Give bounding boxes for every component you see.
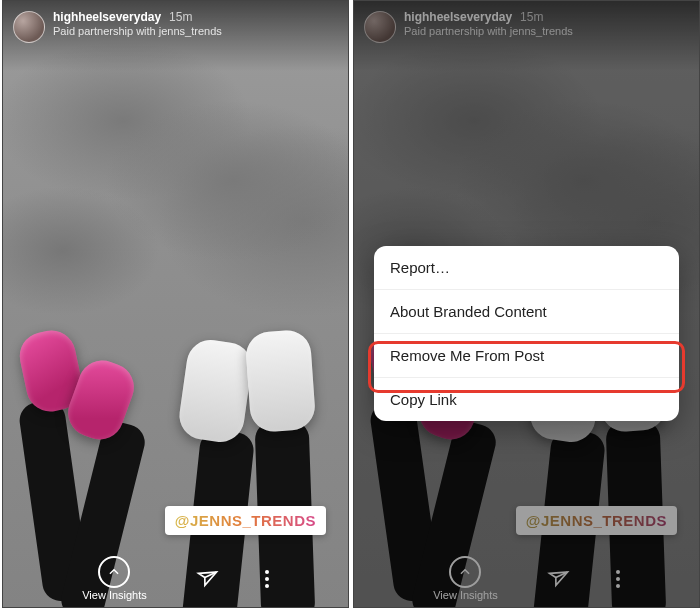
story-bottom-bar: View Insights xyxy=(3,556,348,601)
partner-handle[interactable]: jenns_trends xyxy=(159,25,222,37)
partnership-label[interactable]: Paid partnership with jenns_trends xyxy=(53,25,222,38)
story-header-text: highheelseveryday 15m Paid partnership w… xyxy=(53,11,222,37)
more-vertical-icon[interactable] xyxy=(265,570,269,588)
menu-item-remove-me[interactable]: Remove Me From Post xyxy=(374,334,679,378)
comparison-image: highheelseveryday 15m Paid partnership w… xyxy=(0,0,700,608)
menu-item-copy-link[interactable]: Copy Link xyxy=(374,378,679,421)
timestamp-label: 15m xyxy=(169,11,192,25)
partnership-prefix: Paid partnership with xyxy=(53,25,159,37)
action-sheet: Report… About Branded Content Remove Me … xyxy=(374,246,679,421)
menu-item-about-branded[interactable]: About Branded Content xyxy=(374,290,679,334)
menu-item-report[interactable]: Report… xyxy=(374,246,679,290)
chevron-up-icon xyxy=(98,556,130,588)
username-label[interactable]: highheelseveryday xyxy=(53,11,161,25)
paper-plane-icon[interactable] xyxy=(195,566,217,592)
avatar-icon[interactable] xyxy=(13,11,45,43)
story-header[interactable]: highheelseveryday 15m Paid partnership w… xyxy=(3,7,348,47)
story-view-normal: highheelseveryday 15m Paid partnership w… xyxy=(2,0,349,608)
insights-label: View Insights xyxy=(82,589,147,601)
view-insights-button[interactable]: View Insights xyxy=(82,556,147,601)
story-view-menu-open: highheelseveryday 15m Paid partnership w… xyxy=(353,0,700,608)
mention-sticker[interactable]: @JENNS_TRENDS xyxy=(165,506,326,535)
mention-sticker-text: @JENNS_TRENDS xyxy=(175,512,316,529)
